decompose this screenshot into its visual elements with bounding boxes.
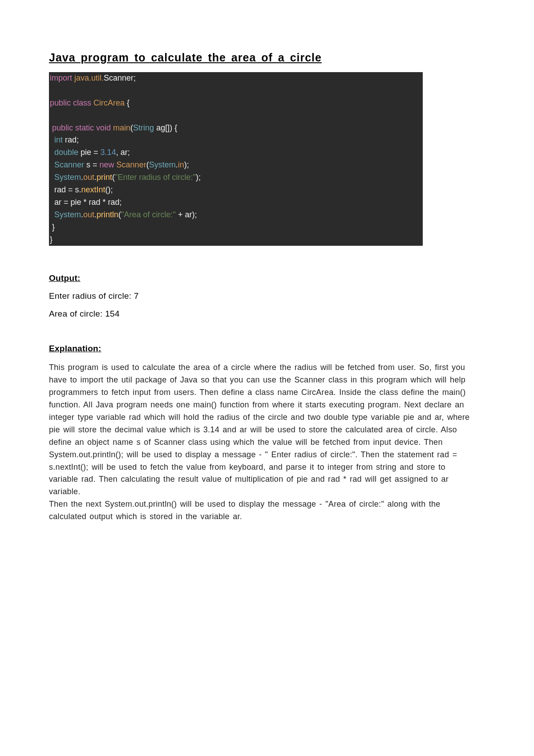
code-token: rad = s. bbox=[50, 185, 81, 194]
code-token: in bbox=[178, 160, 184, 169]
explanation-text: This program is used to calculate the ar… bbox=[49, 363, 469, 496]
code-token: pie = bbox=[81, 148, 101, 157]
code-token: s = bbox=[86, 160, 100, 169]
code-token: ar = pie * rad * rad; bbox=[50, 198, 122, 207]
output-line: Area of circle: 154 bbox=[49, 309, 490, 319]
code-token: nextInt bbox=[81, 185, 105, 194]
code-token: System bbox=[149, 160, 176, 169]
code-token: ; bbox=[77, 135, 79, 144]
code-token: "Area of circle:" bbox=[121, 210, 176, 219]
code-token: println bbox=[97, 210, 118, 219]
page-title: Java program to calculate the area of a … bbox=[49, 51, 490, 64]
output-heading: Output: bbox=[49, 273, 490, 283]
code-token: double bbox=[50, 148, 81, 157]
code-token: ; bbox=[134, 73, 136, 82]
code-token: int bbox=[50, 135, 65, 144]
code-token: out bbox=[83, 210, 94, 219]
code-token: } bbox=[50, 223, 55, 232]
code-token: (); bbox=[105, 185, 113, 194]
code-token: , ar; bbox=[116, 148, 130, 157]
code-token: print bbox=[97, 173, 112, 182]
code-token: String bbox=[133, 123, 154, 132]
code-token: Scanner bbox=[117, 160, 146, 169]
document-page: Java program to calculate the area of a … bbox=[0, 0, 534, 568]
code-token: 3.14 bbox=[101, 148, 116, 157]
code-token: "Enter radius of circle:" bbox=[115, 173, 196, 182]
code-token: { bbox=[125, 98, 129, 107]
explanation-text: Then the next System.out.println() will … bbox=[49, 500, 441, 521]
code-token: Scanner bbox=[50, 160, 86, 169]
code-token: + ar); bbox=[176, 210, 197, 219]
code-token: main bbox=[113, 123, 130, 132]
code-token: new bbox=[100, 160, 117, 169]
code-token: ag[]) { bbox=[154, 123, 177, 132]
code-token: out bbox=[83, 173, 94, 182]
code-token: rad bbox=[65, 135, 77, 144]
code-token: ); bbox=[196, 173, 201, 182]
output-line: Enter radius of circle: 7 bbox=[49, 291, 490, 301]
code-token: ); bbox=[184, 160, 189, 169]
code-token: public static void bbox=[50, 123, 113, 132]
code-token: java.util. bbox=[72, 73, 104, 82]
code-token: System bbox=[50, 210, 81, 219]
code-token: import bbox=[50, 73, 72, 82]
code-token: } bbox=[50, 235, 53, 244]
explanation-heading: Explanation: bbox=[49, 344, 490, 354]
explanation-paragraph: This program is used to calculate the ar… bbox=[49, 362, 473, 523]
code-token: CircArea bbox=[93, 98, 125, 107]
code-block: import java.util.Scanner; public class C… bbox=[49, 72, 423, 246]
code-token: Scanner bbox=[104, 73, 134, 82]
code-token: public class bbox=[50, 98, 93, 107]
code-token: System bbox=[50, 173, 81, 182]
